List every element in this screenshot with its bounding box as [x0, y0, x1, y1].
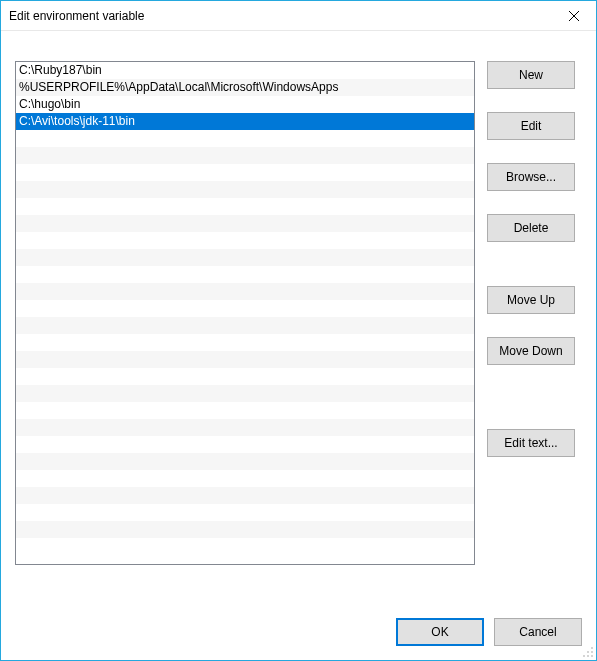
list-item[interactable]	[16, 521, 474, 538]
list-item[interactable]	[16, 147, 474, 164]
list-item[interactable]	[16, 266, 474, 283]
close-button[interactable]	[551, 1, 596, 30]
titlebar: Edit environment variable	[1, 1, 596, 31]
cancel-button[interactable]: Cancel	[494, 618, 582, 646]
list-item[interactable]	[16, 436, 474, 453]
dialog-content: C:\Ruby187\bin%USERPROFILE%\AppData\Loca…	[1, 31, 596, 660]
dialog-footer: OK Cancel	[15, 594, 582, 646]
move-down-button[interactable]: Move Down	[487, 337, 575, 365]
list-item[interactable]: %USERPROFILE%\AppData\Local\Microsoft\Wi…	[16, 79, 474, 96]
edit-text-button[interactable]: Edit text...	[487, 429, 575, 457]
list-item[interactable]	[16, 487, 474, 504]
list-item[interactable]	[16, 215, 474, 232]
edit-button[interactable]: Edit	[487, 112, 575, 140]
move-up-button[interactable]: Move Up	[487, 286, 575, 314]
list-item[interactable]	[16, 300, 474, 317]
list-item[interactable]	[16, 504, 474, 521]
list-item[interactable]	[16, 538, 474, 555]
list-item[interactable]	[16, 402, 474, 419]
ok-button[interactable]: OK	[396, 618, 484, 646]
list-item[interactable]	[16, 164, 474, 181]
delete-button[interactable]: Delete	[487, 214, 575, 242]
list-item[interactable]	[16, 368, 474, 385]
window-title: Edit environment variable	[9, 9, 144, 23]
list-item[interactable]	[16, 419, 474, 436]
list-item[interactable]: C:\hugo\bin	[16, 96, 474, 113]
button-column: New Edit Browse... Delete Move Up Move D…	[487, 43, 582, 594]
list-item[interactable]	[16, 385, 474, 402]
list-item[interactable]	[16, 181, 474, 198]
list-item[interactable]: C:\Ruby187\bin	[16, 62, 474, 79]
dialog-window: Edit environment variable C:\Ruby187\bin…	[0, 0, 597, 661]
list-item[interactable]	[16, 470, 474, 487]
list-item[interactable]	[16, 334, 474, 351]
list-item[interactable]	[16, 249, 474, 266]
browse-button[interactable]: Browse...	[487, 163, 575, 191]
list-item[interactable]	[16, 130, 474, 147]
main-area: C:\Ruby187\bin%USERPROFILE%\AppData\Loca…	[15, 43, 582, 594]
close-icon	[569, 11, 579, 21]
list-item[interactable]	[16, 351, 474, 368]
list-item[interactable]	[16, 283, 474, 300]
list-item[interactable]	[16, 198, 474, 215]
path-listbox[interactable]: C:\Ruby187\bin%USERPROFILE%\AppData\Loca…	[15, 61, 475, 565]
list-item[interactable]: C:\Avi\tools\jdk-11\bin	[16, 113, 474, 130]
list-item[interactable]	[16, 317, 474, 334]
new-button[interactable]: New	[487, 61, 575, 89]
list-item[interactable]	[16, 232, 474, 249]
list-item[interactable]	[16, 453, 474, 470]
